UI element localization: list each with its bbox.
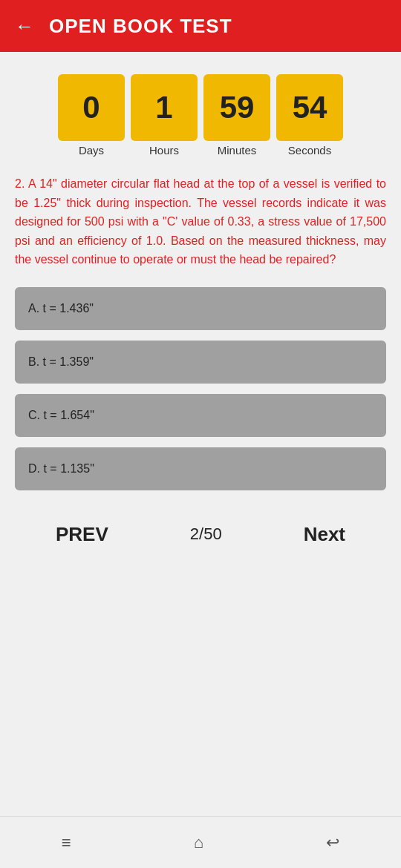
timer-days-cell: 0 Days [58,74,125,157]
answer-option-c[interactable]: C. t = 1.654" [15,394,386,437]
timer-seconds-cell: 54 Seconds [276,74,343,157]
timer-minutes-box: 59 [203,74,270,141]
timer-hours-cell: 1 Hours [131,74,198,157]
timer-seconds-box: 54 [276,74,343,141]
header-title: OPEN BOOK TEST [49,15,232,38]
app-header: ← OPEN BOOK TEST [0,0,401,52]
home-icon[interactable]: ⌂ [194,833,203,852]
prev-button[interactable]: PREV [56,523,108,546]
timer-hours-label: Hours [149,144,179,157]
main-content: 0 Days 1 Hours 59 Minutes 54 Seconds 2. … [0,52,401,816]
next-button[interactable]: Next [304,523,345,546]
timer-days-label: Days [79,144,104,157]
timer-seconds-label: Seconds [288,144,331,157]
back-button[interactable]: ← [15,15,34,38]
answer-option-a[interactable]: A. t = 1.436" [15,287,386,330]
navigation-row: PREV 2/50 Next [15,523,386,546]
answer-option-b[interactable]: B. t = 1.359" [15,341,386,384]
progress-indicator: 2/50 [190,525,222,544]
timer-days-box: 0 [58,74,125,141]
question-text: 2. A 14" diameter circular flat head at … [15,174,386,269]
timer-minutes-label: Minutes [218,144,257,157]
back-nav-icon[interactable]: ↩ [326,833,339,852]
menu-icon[interactable]: ≡ [62,833,71,852]
timer-hours-box: 1 [131,74,198,141]
timer-minutes-cell: 59 Minutes [203,74,270,157]
bottom-navigation-bar: ≡ ⌂ ↩ [0,816,401,868]
answer-option-d[interactable]: D. t = 1.135" [15,447,386,490]
timer-row: 0 Days 1 Hours 59 Minutes 54 Seconds [15,74,386,157]
